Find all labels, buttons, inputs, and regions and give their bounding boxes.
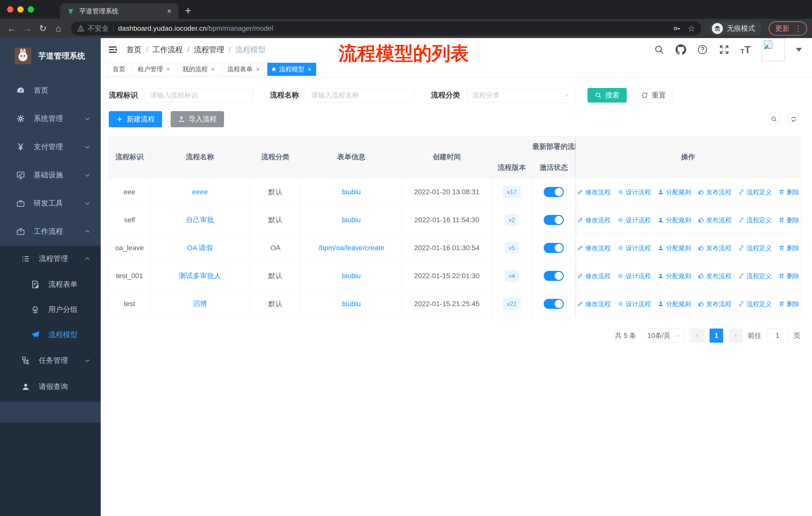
sidebar-item-workflow[interactable]: 工作流程 bbox=[0, 217, 101, 246]
action-publish-link[interactable]: 发布流程 bbox=[698, 300, 731, 308]
show-search-button[interactable] bbox=[767, 112, 781, 126]
sidebar-item-process-mgmt[interactable]: 流程管理 bbox=[0, 246, 101, 272]
action-publish-link[interactable]: 发布流程 bbox=[698, 216, 731, 224]
action-modify-link[interactable]: 修改流程 bbox=[577, 188, 611, 196]
search-button[interactable]: 搜索 bbox=[587, 88, 627, 103]
tag-process-form[interactable]: 流程表单 × bbox=[223, 63, 264, 76]
action-assign-link[interactable]: 分配规则 bbox=[658, 272, 691, 280]
close-tag-icon[interactable]: × bbox=[166, 66, 170, 73]
action-modify-link[interactable]: 修改流程 bbox=[577, 272, 611, 280]
process-name-link[interactable]: 滔博 bbox=[193, 299, 207, 309]
form-info-link[interactable]: /bpm/oa/leave/create bbox=[318, 244, 384, 252]
action-modify-link[interactable]: 修改流程 bbox=[577, 244, 611, 252]
bookmark-star-icon[interactable]: ☆ bbox=[688, 23, 695, 33]
close-window-button[interactable] bbox=[7, 6, 13, 12]
reload-icon[interactable]: ↻ bbox=[36, 23, 49, 34]
close-tag-icon[interactable]: × bbox=[256, 66, 260, 73]
back-icon[interactable]: ← bbox=[5, 23, 18, 34]
process-key-input[interactable] bbox=[144, 88, 253, 103]
font-size-icon[interactable]: TT bbox=[741, 44, 751, 55]
action-design-link[interactable]: 设计流程 bbox=[617, 272, 651, 280]
search-icon[interactable] bbox=[654, 44, 665, 55]
active-toggle[interactable] bbox=[544, 243, 564, 253]
action-assign-link[interactable]: 分配规则 bbox=[658, 216, 691, 224]
action-assign-link[interactable]: 分配规则 bbox=[658, 188, 691, 196]
breadcrumb-item[interactable]: 流程管理 bbox=[194, 45, 224, 55]
reset-button[interactable]: 重置 bbox=[634, 88, 673, 103]
close-tab-icon[interactable]: × bbox=[165, 7, 173, 16]
close-tag-icon[interactable]: × bbox=[211, 66, 215, 73]
sidebar-item-infra[interactable]: 基础设施 bbox=[0, 161, 101, 189]
breadcrumb-item[interactable]: 工作流程 bbox=[152, 45, 183, 55]
action-modify-link[interactable]: 修改流程 bbox=[577, 300, 611, 308]
active-toggle[interactable] bbox=[544, 299, 564, 309]
action-delete-link[interactable]: 删除 bbox=[778, 300, 800, 308]
action-publish-link[interactable]: 发布流程 bbox=[698, 272, 731, 280]
tag-my-process[interactable]: 我的流程 × bbox=[178, 63, 220, 76]
browser-tab[interactable]: 芋道管理系统 × bbox=[60, 3, 178, 19]
refresh-table-button[interactable] bbox=[787, 112, 801, 126]
maximize-window-button[interactable] bbox=[28, 6, 34, 12]
sidebar-item-process-form[interactable]: 流程表单 bbox=[0, 272, 101, 297]
process-name-input[interactable] bbox=[306, 88, 414, 103]
action-design-link[interactable]: 设计流程 bbox=[617, 188, 651, 196]
fullscreen-icon[interactable] bbox=[719, 44, 729, 55]
security-label[interactable]: 不安全 bbox=[88, 24, 109, 33]
action-definition-link[interactable]: 流程定义 bbox=[738, 216, 772, 224]
browser-menu-icon[interactable]: ⋮ bbox=[794, 24, 802, 33]
action-design-link[interactable]: 设计流程 bbox=[617, 300, 651, 308]
sidebar-item-payment[interactable]: 支付管理 bbox=[0, 133, 101, 161]
action-publish-link[interactable]: 发布流程 bbox=[698, 188, 731, 196]
action-assign-link[interactable]: 分配规则 bbox=[658, 300, 691, 308]
action-definition-link[interactable]: 流程定义 bbox=[738, 188, 772, 196]
help-icon[interactable] bbox=[697, 44, 708, 55]
sidebar-item-home[interactable]: 首页 bbox=[0, 76, 101, 105]
new-tab-button[interactable]: + bbox=[185, 5, 191, 17]
collapse-sidebar-icon[interactable] bbox=[108, 45, 118, 55]
sidebar-item-task-mgmt[interactable]: 任务管理 bbox=[0, 348, 101, 374]
close-tag-icon[interactable]: × bbox=[308, 66, 311, 73]
sidebar-item-process-model[interactable]: 流程模型 bbox=[0, 322, 101, 348]
avatar-caret-icon[interactable] bbox=[796, 48, 802, 52]
page-size-select[interactable]: 10条/页 bbox=[642, 329, 685, 343]
github-icon[interactable] bbox=[675, 44, 686, 55]
minimize-window-button[interactable] bbox=[18, 6, 24, 12]
action-assign-link[interactable]: 分配规则 bbox=[658, 244, 691, 252]
form-info-link[interactable]: biubiu bbox=[342, 300, 361, 308]
action-delete-link[interactable]: 删除 bbox=[778, 216, 800, 224]
active-toggle[interactable] bbox=[544, 215, 564, 225]
password-key-icon[interactable] bbox=[672, 24, 681, 33]
forward-icon[interactable]: → bbox=[21, 23, 34, 34]
action-definition-link[interactable]: 流程定义 bbox=[738, 244, 772, 252]
sidebar-item-user-group[interactable]: 用户分组 bbox=[0, 297, 101, 322]
import-process-button[interactable]: 导入流程 bbox=[171, 111, 224, 127]
home-icon[interactable]: ⌂ bbox=[52, 23, 65, 34]
category-select[interactable]: 流程分类 bbox=[467, 88, 575, 103]
form-info-link[interactable]: biubiu bbox=[342, 216, 361, 224]
process-name-link[interactable]: 自己审批 bbox=[186, 215, 214, 225]
action-delete-link[interactable]: 删除 bbox=[778, 244, 800, 252]
process-name-link[interactable]: OA 请假 bbox=[187, 243, 213, 253]
action-design-link[interactable]: 设计流程 bbox=[617, 244, 651, 252]
window-controls[interactable] bbox=[0, 0, 34, 19]
process-name-link[interactable]: eeee bbox=[192, 188, 208, 196]
sidebar-item-devtools[interactable]: 研发工具 bbox=[0, 189, 101, 217]
action-modify-link[interactable]: 修改流程 bbox=[577, 216, 611, 224]
create-process-button[interactable]: 新建流程 bbox=[109, 111, 162, 127]
sidebar-item-leave-query[interactable]: 请假查询 bbox=[0, 374, 101, 400]
tag-process-model[interactable]: 流程模型 × bbox=[267, 63, 316, 76]
action-delete-link[interactable]: 删除 bbox=[778, 272, 800, 280]
goto-page-input[interactable] bbox=[767, 329, 788, 343]
tag-tenant[interactable]: 租户管理 × bbox=[133, 63, 175, 76]
url-bar[interactable]: 不安全 dashboard.yudao.iocoder.cn /bpm/mana… bbox=[71, 21, 701, 35]
next-page-button[interactable] bbox=[729, 329, 742, 343]
sidebar-item-system[interactable]: 系统管理 bbox=[0, 105, 101, 133]
breadcrumb-item[interactable]: 首页 bbox=[126, 45, 141, 55]
form-info-link[interactable]: biubiu bbox=[342, 272, 361, 280]
action-definition-link[interactable]: 流程定义 bbox=[738, 272, 772, 280]
tag-home[interactable]: 首页 bbox=[108, 63, 130, 76]
action-definition-link[interactable]: 流程定义 bbox=[738, 300, 772, 308]
avatar[interactable] bbox=[762, 38, 785, 61]
active-toggle[interactable] bbox=[544, 271, 564, 281]
action-design-link[interactable]: 设计流程 bbox=[617, 216, 651, 224]
